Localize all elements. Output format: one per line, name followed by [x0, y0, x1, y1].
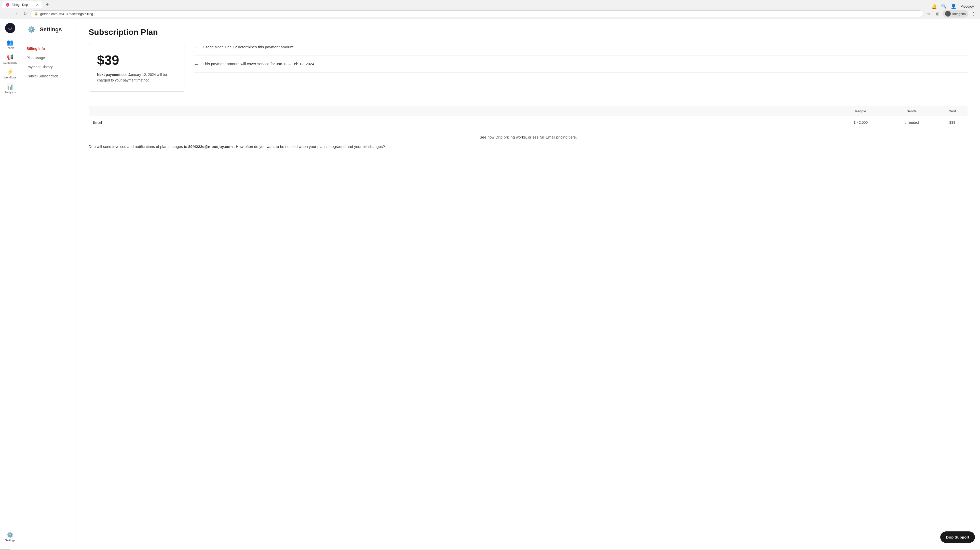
nav-cancel-subscription[interactable]: Cancel Subscription: [21, 72, 76, 81]
browser-toolbar: ← → ↻ 🔒 getdrip.com/7641396/settings/bil…: [0, 8, 980, 19]
sidebar-item-workflows[interactable]: ⚡ Workflows: [1, 67, 19, 81]
page-title: Subscription Plan: [89, 27, 968, 37]
pricing-note: See how Drip pricing works, or see full …: [89, 135, 968, 139]
drip-pricing-link[interactable]: Drip pricing: [496, 135, 515, 139]
info-text-1: Usage since Dec 12 determines this payme…: [203, 44, 294, 50]
row-sends: unlimited: [886, 116, 937, 129]
campaigns-icon: 📢: [6, 54, 13, 60]
next-payment-label: Next payment: [97, 73, 121, 77]
app-layout: ☺ 👥 People 📢 Campaigns ⚡ Workflows 📊 Ana…: [0, 19, 980, 549]
email-pricing-link[interactable]: Email: [546, 135, 555, 139]
drip-support-button[interactable]: Drip Support: [940, 531, 975, 543]
workflows-icon: ⚡: [6, 69, 13, 75]
sidebar-label-people: People: [6, 46, 14, 49]
forward-button[interactable]: →: [12, 10, 19, 17]
sidebar-label-campaigns: Campaigns: [3, 61, 18, 64]
col-header-people: People: [835, 106, 886, 116]
address-bar[interactable]: 🔒 getdrip.com/7641396/settings/billing: [30, 10, 923, 17]
nav-plan-usage[interactable]: Plan Usage: [21, 53, 76, 62]
settings-nav: Billing Info Plan Usage Payment History …: [21, 40, 76, 85]
tab-close-button[interactable]: ✕: [36, 3, 39, 7]
info-block-2: → This payment amount will cover service…: [194, 56, 968, 73]
sidebar-label-workflows: Workflows: [3, 76, 17, 79]
payment-info-right: ← Usage since Dec 12 determines this pay…: [194, 44, 968, 73]
billing-table: People Sends Cost Email 1 - 2,500 unlimi…: [89, 106, 968, 129]
payment-description: Next payment due January 12, 2024 will b…: [97, 72, 177, 83]
tab-favicon: ●: [6, 3, 10, 6]
info-block-1: ← Usage since Dec 12 determines this pay…: [194, 44, 968, 56]
right-arrow-icon: →: [194, 61, 199, 67]
logo-icon: ☺: [5, 23, 15, 33]
sidebar-label-settings: Settings: [5, 539, 15, 542]
invoice-after: . How often do you want to be notified w…: [234, 145, 385, 149]
payment-card: $39 Next payment due January 12, 2024 wi…: [89, 44, 185, 92]
invoice-before: Drip will send invoices and notification…: [89, 145, 188, 149]
new-tab-button[interactable]: +: [44, 1, 51, 8]
people-icon: 👥: [6, 40, 13, 45]
reload-button[interactable]: ↻: [21, 10, 29, 17]
left-arrow-icon: ←: [194, 45, 199, 51]
col-header-sends: Sends: [886, 106, 937, 116]
back-button[interactable]: ←: [3, 10, 10, 17]
tab-title: Billing · Drip: [11, 3, 28, 6]
active-tab[interactable]: ● Billing · Drip ✕: [2, 1, 43, 8]
sidebar-item-analytics[interactable]: 📊 Analytics: [1, 82, 19, 96]
row-cost: $39: [937, 116, 968, 129]
pricing-after: pricing tiers.: [556, 135, 577, 139]
settings-header: ⚙️ Settings: [21, 19, 76, 40]
sidebar-item-settings[interactable]: ⚙️ Settings: [1, 530, 19, 544]
sidebar-bottom: ⚙️ Settings: [1, 530, 19, 546]
logo[interactable]: ☺: [5, 22, 16, 33]
row-people: 1 - 2,500: [835, 116, 886, 129]
pricing-before: See how: [480, 135, 496, 139]
pricing-middle: works, or see full: [516, 135, 546, 139]
settings-title: Settings: [40, 26, 62, 33]
table-row: Email 1 - 2,500 unlimited $39: [89, 116, 968, 129]
nav-billing-info[interactable]: Billing Info: [21, 44, 76, 53]
lock-icon: 🔒: [34, 12, 38, 16]
payment-amount: $39: [97, 52, 177, 68]
settings-gear-icon: ⚙️: [27, 24, 37, 35]
main-content: Subscription Plan $39 Next payment due J…: [76, 19, 980, 549]
sidebar-label-analytics: Analytics: [4, 91, 16, 94]
sidebar-item-campaigns[interactable]: 📢 Campaigns: [1, 52, 19, 66]
invoice-note: Drip will send invoices and notification…: [89, 143, 968, 150]
info-text-2: This payment amount will cover service f…: [203, 61, 315, 67]
settings-icon: ⚙️: [6, 532, 13, 538]
dec12-link[interactable]: Dec 12: [225, 45, 237, 49]
nav-payment-history[interactable]: Payment History: [21, 62, 76, 72]
settings-sidebar: ⚙️ Settings 🔔 🔍 👤 Moodjoy Billing Info P…: [21, 19, 76, 549]
col-header-cost: Cost: [937, 106, 968, 116]
url-text: getdrip.com/7641396/settings/billing: [40, 12, 93, 16]
invoice-email: 89f4222e@moodjoy.com: [188, 145, 232, 149]
browser-chrome: ● Billing · Drip ✕ + ← → ↻ 🔒 getdrip.com…: [0, 0, 980, 19]
content-area: ⚙️ Settings 🔔 🔍 👤 Moodjoy Billing Info P…: [21, 19, 980, 549]
sidebar: ☺ 👥 People 📢 Campaigns ⚡ Workflows 📊 Ana…: [0, 19, 21, 549]
analytics-icon: 📊: [6, 84, 13, 90]
row-type: Email: [89, 116, 835, 129]
sidebar-item-people[interactable]: 👥 People: [1, 38, 19, 51]
scrollbar[interactable]: [0, 549, 980, 550]
tab-bar: ● Billing · Drip ✕ +: [0, 0, 980, 8]
col-header-type: [89, 106, 835, 116]
payment-info-section: $39 Next payment due January 12, 2024 wi…: [89, 44, 968, 98]
